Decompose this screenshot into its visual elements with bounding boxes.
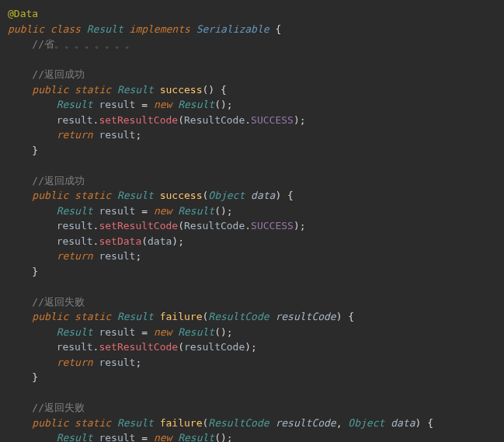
modifiers: public static (32, 417, 111, 429)
var-type: Result (57, 432, 93, 442)
method-name: failure (160, 311, 203, 322)
method-name: failure (160, 417, 203, 429)
modifiers: public static (32, 84, 111, 96)
method-name: success (160, 84, 203, 96)
keyword-return: return (57, 357, 93, 368)
ctor-name: Result (178, 99, 214, 110)
comment-line: //返回成功 (32, 68, 85, 80)
class-name: Result (87, 23, 123, 35)
method-call: setData (99, 235, 141, 247)
modifiers: public static (32, 190, 111, 201)
ctor-name: Result (178, 432, 214, 442)
keyword-new: new (154, 205, 172, 217)
return-type: Result (117, 311, 154, 322)
enum-const: SUCCESS (251, 114, 294, 126)
keyword-return: return (57, 129, 93, 141)
comment-line: //返回成功 (32, 175, 85, 186)
var-name: result (99, 205, 135, 217)
keyword-class: class (50, 23, 81, 35)
open-brace: { (275, 23, 281, 35)
ctor-name: Result (178, 205, 214, 217)
return-type: Result (117, 84, 154, 96)
var-name: result (99, 326, 135, 338)
method-call: setResultCode (99, 341, 178, 353)
method-name: success (160, 190, 203, 201)
keyword-new: new (154, 99, 172, 110)
modifiers: public static (32, 311, 111, 322)
var-type: Result (57, 205, 93, 217)
return-type: Result (117, 417, 154, 429)
interface-name: Serializable (196, 23, 269, 35)
comment-line: //返回失败 (32, 296, 85, 308)
comment-line: //省。。。。。。。。 (32, 38, 135, 50)
keyword-new: new (154, 432, 172, 442)
return-type: Result (117, 190, 154, 201)
keyword-new: new (154, 326, 172, 338)
var-name: result (99, 432, 135, 442)
keyword-implements: implements (130, 23, 190, 35)
code-block: @Data public class Result implements Ser… (8, 6, 496, 442)
method-call: setResultCode (99, 220, 178, 231)
keyword-return: return (57, 250, 93, 262)
var-name: result (99, 99, 135, 110)
var-type: Result (57, 326, 93, 338)
var-type: Result (57, 99, 93, 110)
ctor-name: Result (178, 326, 214, 338)
annotation: @Data (8, 8, 38, 19)
enum-const: SUCCESS (251, 220, 294, 231)
keyword-public: public (8, 23, 44, 35)
method-call: setResultCode (99, 114, 178, 126)
comment-line: //返回失败 (32, 402, 85, 413)
